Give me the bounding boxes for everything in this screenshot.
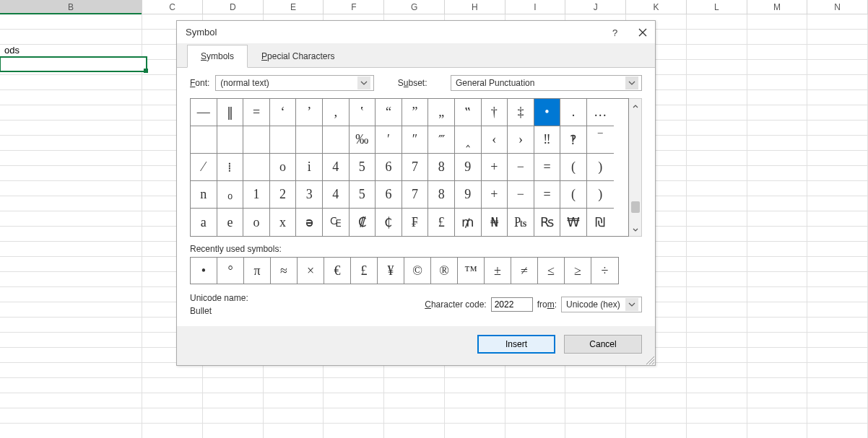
recent-symbol-cell[interactable]: × — [298, 258, 324, 284]
cell[interactable] — [687, 424, 747, 438]
cell[interactable] — [807, 227, 868, 242]
symbol-cell[interactable]: ‹ — [482, 126, 508, 154]
cell[interactable] — [687, 272, 747, 287]
scroll-thumb[interactable] — [631, 201, 640, 213]
cell[interactable] — [565, 408, 626, 424]
cell[interactable] — [0, 30, 142, 45]
recent-symbol-cell[interactable]: ≈ — [271, 258, 298, 284]
cell[interactable] — [142, 424, 203, 438]
symbol-cell[interactable]: ₧ — [508, 209, 534, 236]
cell[interactable] — [0, 302, 142, 317]
symbol-cell[interactable]: ₵ — [376, 209, 402, 236]
cell[interactable] — [0, 151, 142, 166]
cell[interactable] — [505, 378, 566, 393]
recent-symbol-cell[interactable]: © — [404, 258, 431, 284]
cell[interactable] — [0, 227, 142, 242]
cell[interactable] — [807, 424, 868, 438]
recent-symbol-cell[interactable]: • — [191, 258, 217, 284]
cell[interactable] — [0, 121, 142, 136]
symbol-cell[interactable]: ‽ — [560, 126, 587, 154]
symbol-cell[interactable]: ‴ — [428, 126, 455, 154]
column-header-d[interactable]: D — [203, 0, 264, 14]
recent-symbol-cell[interactable]: ¥ — [378, 258, 404, 284]
cell[interactable] — [203, 408, 264, 424]
cell[interactable] — [747, 287, 808, 302]
cell[interactable] — [747, 242, 808, 257]
recent-symbol-cell[interactable]: ® — [431, 258, 458, 284]
column-header-h[interactable]: H — [445, 0, 505, 14]
cell[interactable] — [807, 242, 868, 257]
cell[interactable] — [687, 30, 747, 45]
cell[interactable] — [807, 378, 868, 393]
cell[interactable] — [0, 211, 142, 227]
cell[interactable] — [203, 378, 264, 393]
symbol-cell[interactable] — [217, 126, 244, 154]
cancel-button[interactable]: Cancel — [564, 335, 642, 354]
recent-symbol-cell[interactable]: £ — [351, 258, 378, 284]
cell[interactable] — [384, 378, 445, 393]
from-dropdown[interactable]: Unicode (hex) — [561, 297, 642, 312]
cell[interactable] — [264, 408, 324, 424]
cell[interactable] — [203, 424, 264, 438]
cell[interactable] — [264, 424, 324, 438]
cell[interactable] — [747, 272, 808, 287]
symbol-cell[interactable]: ⁄ — [191, 154, 217, 181]
recent-symbol-cell[interactable]: ≥ — [565, 258, 591, 284]
cell[interactable] — [384, 408, 445, 424]
symbol-cell[interactable] — [243, 126, 270, 154]
column-header-j[interactable]: J — [565, 0, 626, 14]
cell[interactable] — [747, 166, 808, 181]
column-header-f[interactable]: F — [324, 0, 384, 14]
cell[interactable] — [324, 378, 384, 393]
cell[interactable] — [687, 317, 747, 333]
cell[interactable] — [807, 75, 868, 90]
cell[interactable] — [687, 378, 747, 393]
symbol-cell[interactable]: ‼ — [534, 126, 561, 154]
symbol-cell[interactable] — [270, 126, 297, 154]
cell[interactable] — [0, 14, 142, 30]
symbol-cell[interactable]: i — [296, 154, 323, 181]
cell[interactable] — [747, 90, 808, 105]
cell[interactable] — [747, 408, 808, 424]
cell[interactable] — [807, 272, 868, 287]
cell[interactable] — [807, 393, 868, 408]
column-header-e[interactable]: E — [264, 0, 324, 14]
symbol-cell[interactable]: ″ — [402, 126, 429, 154]
symbol-cell[interactable]: ” — [402, 99, 429, 126]
cell[interactable] — [807, 317, 868, 333]
symbol-cell[interactable]: 5 — [350, 154, 376, 181]
cell[interactable] — [807, 181, 868, 196]
cell[interactable] — [687, 75, 747, 90]
symbol-cell[interactable]: ′ — [376, 126, 402, 154]
cell[interactable] — [807, 257, 868, 272]
cell[interactable] — [445, 393, 505, 408]
cell[interactable] — [807, 333, 868, 348]
cell[interactable] — [0, 333, 142, 348]
cell[interactable] — [687, 393, 747, 408]
close-icon[interactable] — [638, 27, 648, 38]
symbol-cell[interactable]: 9 — [455, 154, 482, 181]
cell[interactable] — [747, 302, 808, 317]
symbol-cell[interactable]: ( — [560, 154, 587, 181]
cell[interactable] — [0, 242, 142, 257]
cell[interactable] — [687, 302, 747, 317]
symbol-cell[interactable] — [243, 154, 270, 181]
cell[interactable] — [807, 14, 868, 30]
cell[interactable] — [0, 272, 142, 287]
symbol-cell[interactable]: 1 — [243, 181, 270, 209]
cell[interactable] — [807, 302, 868, 317]
symbol-cell[interactable]: ‘ — [270, 99, 297, 126]
cell[interactable] — [747, 378, 808, 393]
cell[interactable] — [747, 136, 808, 151]
cell[interactable] — [687, 136, 747, 151]
cell[interactable] — [445, 424, 505, 438]
cell[interactable] — [142, 408, 203, 424]
symbol-cell[interactable]: ₀ — [217, 181, 244, 209]
column-header-b[interactable]: B — [0, 0, 142, 14]
cell[interactable] — [445, 378, 505, 393]
cell[interactable] — [687, 257, 747, 272]
cell[interactable] — [0, 45, 142, 60]
symbol-cell[interactable]: ₥ — [455, 209, 482, 236]
column-header-l[interactable]: L — [687, 0, 747, 14]
symbol-cell[interactable]: ₨ — [534, 209, 561, 236]
